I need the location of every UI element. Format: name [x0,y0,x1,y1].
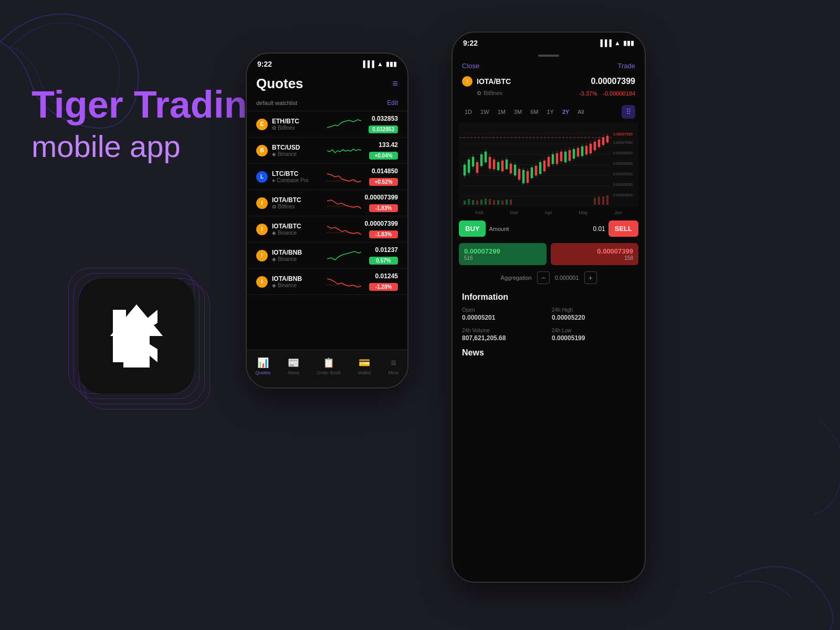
iota1-exchange-icon: ✿ [272,204,276,209]
status-time-left: 9:22 [257,60,272,68]
wifi-icon-right: ▲ [614,39,621,47]
ltc-pair: LTC/BTC [272,170,327,177]
tab-1m[interactable]: 1M [495,108,508,116]
info-title: Information [462,292,635,302]
buy-button[interactable]: BUY [459,220,486,237]
order-book-row: 0.00007299 516 0.00007399 158 [453,241,645,267]
nav-wallet[interactable]: 💳 Wallet [358,357,371,375]
aggregation-increase[interactable]: + [584,271,597,284]
tab-1w[interactable]: 1W [478,108,492,116]
info-section: Information Open 0.00005201 24h High 0.0… [453,288,645,344]
info-high: 24h High 0.00005220 [552,307,635,321]
menu-icon[interactable]: ≡ [392,78,398,89]
tab-6m[interactable]: 6M [528,108,541,116]
status-icons-right: ▐▐▐ ▲ ▮▮▮ [598,39,634,47]
edit-button[interactable]: Edit [387,99,398,107]
bid-price: 0.00007299 [464,247,541,255]
quote-item-iota-btc-2[interactable]: I IOTA/BTC ◆ Binance 0.00007399 -1.83% [247,216,407,243]
iota1-chart [327,196,361,211]
status-bar-right: 9:22 ▐▐▐ ▲ ▮▮▮ [453,33,645,50]
quote-item-btc-usd[interactable]: B BTC/USD ◆ Binance 133.42 +0.04% [247,138,407,164]
svg-rect-98 [594,198,596,205]
btc-pair: BTC/USD [272,144,327,151]
iota1-info: IOTA/BTC ✿ Bitfinex [272,196,327,209]
chart-type-button[interactable]: ⠿ [622,105,635,119]
iota2-exchange-icon: ◆ [272,230,276,236]
svg-rect-87 [468,199,470,205]
asset-change-pct: -3.37% [579,90,597,97]
asset-coin-icon: I [462,76,472,87]
close-button[interactable]: Close [462,62,479,70]
svg-rect-2 [113,310,126,362]
quote-item-iota-bnb-2[interactable]: I IOTA/BNB ◆ Binance 0.01245 -1.28% [247,269,407,295]
nav-more[interactable]: ≡ More [388,358,399,375]
app-icon-wrapper [52,252,220,420]
iota1-pair: IOTA/BTC [272,196,327,204]
x-label-mar: Mar [510,210,519,215]
svg-rect-89 [480,200,482,205]
tab-3m[interactable]: 3M [511,108,524,116]
ask-qty: 158 [556,255,633,261]
iotabnb2-exchange-icon: ◆ [272,282,276,288]
info-volume: 24h Volume 807,621,205.68 [462,328,545,342]
status-bar-left: 9:22 ▐▐▐ ▲ ▮▮▮ [247,54,407,71]
nav-wallet-label: Wallet [358,370,371,375]
amount-input[interactable] [512,225,605,233]
btc-exchange: ◆ Binance [272,151,327,157]
eth-icon: E [256,119,268,130]
iota2-icon: I [256,224,268,235]
trade-button[interactable]: Trade [618,62,635,70]
bid-order[interactable]: 0.00007299 516 [459,243,547,265]
sell-button[interactable]: SELL [608,220,638,237]
quotes-list: E ETH/BTC ✿ Bitfinex 0.032853 0.032853 B… [247,111,407,295]
nav-quotes[interactable]: 📊 Quotes [255,357,270,375]
tab-2y[interactable]: 2Y [560,108,572,116]
nav-news[interactable]: 📰 News [288,357,300,375]
wallet-nav-icon: 💳 [359,357,370,369]
svg-rect-101 [606,195,608,205]
btc-info: BTC/USD ◆ Binance [272,144,327,157]
svg-rect-92 [506,200,508,205]
iotabnb1-chart [327,248,361,263]
status-icons-left: ▐▐▐ ▲ ▮▮▮ [361,60,397,68]
asset-sub-row: ✿ Bitfinex -3.37% -0.00000184 [462,88,635,98]
sheet-handle [538,55,559,57]
quote-item-iota-bnb-1[interactable]: I IOTA/BNB ◆ Binance 0.01237 0.57% [247,243,407,269]
eth-badge: 0.032853 [369,125,398,133]
coinbase-icon: ● [272,177,275,183]
phone-left: 9:22 ▐▐▐ ▲ ▮▮▮ Quotes ≡ default watchlis… [246,52,408,388]
quote-item-eth-btc[interactable]: E ETH/BTC ✿ Bitfinex 0.032853 0.032853 [247,111,407,138]
exchange-name: Bitfinex [484,90,502,96]
wifi-icon: ▲ [377,60,383,68]
info-open: Open 0.00005201 [462,307,545,321]
btc-badge: +0.04% [369,152,398,160]
eth-right: 0.032853 0.032853 [361,115,398,133]
asset-info: I IOTA/BTC 0.00007399 ✿ Bitfinex -3.37% … [453,74,645,102]
news-section: News [453,344,645,360]
low-value: 0.00005199 [552,334,635,342]
tab-1d[interactable]: 1D [462,108,475,116]
tab-1y[interactable]: 1Y [544,108,556,116]
aggregation-decrease[interactable]: − [537,271,550,284]
x-label-feb: Feb [475,210,484,215]
svg-rect-99 [598,197,600,205]
svg-rect-95 [493,200,495,205]
ask-order[interactable]: 0.00007399 158 [551,243,638,265]
amount-label: Amount [489,226,509,232]
iotabnb2-info: IOTA/BNB ◆ Binance [272,275,327,288]
x-label-may: May [579,210,587,215]
iota2-chart [327,222,361,237]
btc-chart [327,143,361,158]
watchlist-bar: default watchlist Edit [247,97,407,111]
quote-item-iota-btc-1[interactable]: I IOTA/BTC ✿ Bitfinex 0.00007399 -1.83% [247,190,407,216]
iota1-right: 0.00007399 -1.83% [361,194,398,212]
high-value: 0.00005220 [552,314,635,321]
tab-all[interactable]: All [575,108,586,116]
quote-item-ltc-btc[interactable]: L LTC/BTC ● Coinbase Pro 0.014850 +0.52% [247,164,407,190]
binance-icon: ◆ [272,151,276,157]
high-label: 24h High [552,307,635,313]
iota2-price: 0.00007399 [361,220,398,227]
nav-orderbook[interactable]: 📋 Order Book [317,357,341,375]
volume-value: 807,621,205.68 [462,334,545,342]
ltc-right: 0.014850 +0.52% [361,167,398,186]
